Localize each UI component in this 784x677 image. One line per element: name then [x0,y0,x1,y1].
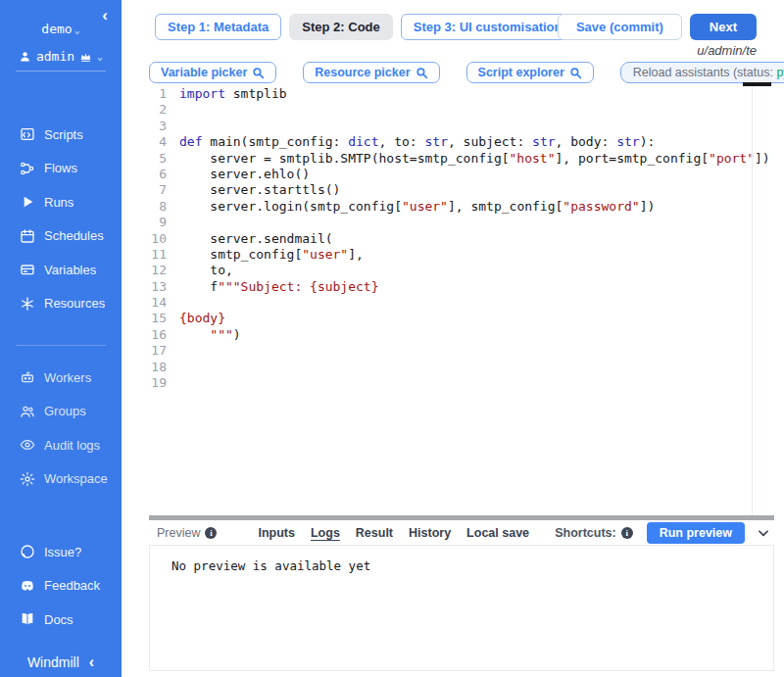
preview-tab-logs[interactable]: Logs [311,526,340,540]
step-tab-3[interactable]: Step 3: UI customisation [401,14,575,40]
code-line[interactable]: 11 smtp_config["user"], [149,247,774,263]
sidebar-item-docs[interactable]: Docs [0,603,122,637]
code-line-content [167,215,179,230]
workspace-switcher[interactable]: demo⌄ [0,22,122,36]
sidebar-item-scripts[interactable]: Scripts [0,118,122,152]
script-explorer-button[interactable]: Script explorer [466,62,594,83]
collapse-panel-icon[interactable] [757,526,770,540]
code-line[interactable]: 6 server.ehlo() [149,167,774,182]
sidebar-item-issue[interactable]: Issue? [0,535,122,569]
line-number: 5 [149,151,167,167]
preview-empty-message: No preview is available yet [150,546,773,573]
code-line-content [167,295,179,311]
sidebar-item-resources[interactable]: Resources [0,287,122,321]
code-line-content: server.ehlo() [167,167,310,182]
code-line[interactable]: 8 server.login(smtp_config["user"], smtp… [149,199,774,215]
preview-tab-inputs[interactable]: Inputs [258,526,295,540]
code-line[interactable]: 12 to, [149,263,774,278]
audit-logs-icon [20,437,35,453]
code-line-content [167,343,179,359]
step-tab-2[interactable]: Step 2: Code [289,14,392,40]
line-number: 17 [149,343,167,359]
code-line-content: smtp_config["user"], [167,247,364,263]
scrollbar-slider[interactable] [743,82,771,86]
sidebar-item-feedback[interactable]: Feedback [0,569,122,604]
code-line[interactable]: 15{body} [149,311,774,326]
step-tab-1[interactable]: Step 1: Metadata [155,14,281,40]
code-line-content: """) [167,327,241,343]
line-number: 9 [149,215,167,230]
preview-tab-local-save[interactable]: Local save [466,526,529,540]
variable-picker-button[interactable]: Variable picker [149,62,276,83]
code-line[interactable]: 7 server.starttls() [149,182,774,198]
info-icon[interactable]: i [205,527,217,539]
resource-picker-button[interactable]: Resource picker [303,62,439,83]
sidebar-item-workspace[interactable]: Workspace [0,462,122,497]
user-name: admin [36,49,74,64]
sidebar-item-workers[interactable]: Workers [0,361,122,395]
search-icon [416,67,428,79]
save-commit-button[interactable]: Save (commit) [558,14,682,40]
code-line[interactable]: 19 [149,375,774,391]
sidebar-item-groups[interactable]: Groups [0,395,122,429]
sidebar-divider [16,71,106,72]
line-number: 8 [149,199,167,215]
code-line[interactable]: 1import smtplib [149,86,774,102]
preview-title: Preview i [157,526,217,540]
user-menu[interactable]: admin ⌄ [0,49,122,64]
code-line[interactable]: 18 [149,360,774,375]
scripts-icon [20,126,35,142]
sidebar-nav-help: Issue?FeedbackDocs [0,535,122,637]
sidebar-item-label: Feedback [44,578,100,593]
sidebar-item-schedules[interactable]: Schedules [0,219,122,254]
run-preview-button[interactable]: Run preview [647,522,745,544]
workers-icon [20,369,35,385]
variable-picker-label: Variable picker [161,66,247,79]
workspace-icon [20,471,35,487]
sidebar: ‹ demo⌄ admin ⌄ ScriptsFlowsRunsSchedule… [0,0,122,677]
line-number: 11 [149,247,167,263]
code-line[interactable]: 5 server = smtplib.SMTP(host=smtp_config… [149,151,774,167]
sidebar-divider [16,345,106,346]
script-path: u/admin/te [697,43,757,58]
step-tabs: Step 1: MetadataStep 2: CodeStep 3: UI c… [155,14,574,40]
line-number: 12 [149,263,167,278]
code-line-content: server.starttls() [167,182,340,198]
code-line-content: f"""Subject: {subject} [167,279,379,295]
code-line[interactable]: 4def main(smtp_config: dict, to: str, su… [149,134,774,150]
crown-icon [79,50,92,63]
sidebar-item-label: Runs [44,195,74,210]
preview-tabs: InputsLogsResultHistoryLocal save [258,526,529,540]
code-line[interactable]: 2 [149,102,774,118]
sidebar-collapse-icon[interactable]: ‹ [89,653,94,671]
search-icon [252,67,265,79]
sidebar-item-variables[interactable]: Variables [0,253,122,287]
sidebar-item-runs[interactable]: Runs [0,185,122,219]
sidebar-item-flows[interactable]: Flows [0,152,122,186]
code-editor[interactable]: 1import smtplib234def main(smtp_config: … [149,86,774,515]
sidebar-nav-main: ScriptsFlowsRunsSchedulesVariablesResour… [0,118,122,320]
code-line-content: server = smtplib.SMTP(host=smtp_config["… [167,151,770,167]
sidebar-item-audit-logs[interactable]: Audit logs [0,428,122,462]
line-number: 3 [149,119,167,134]
line-number: 2 [149,102,167,118]
code-line[interactable]: 9 [149,215,774,230]
preview-tab-result[interactable]: Result [356,526,393,540]
resource-picker-label: Resource picker [315,66,410,79]
code-line[interactable]: 3 [149,119,774,134]
sidebar-item-label: Scripts [44,127,83,142]
sidebar-item-label: Groups [44,404,86,418]
line-number: 1 [149,86,167,102]
preview-tab-history[interactable]: History [409,526,451,540]
reload-assistants-button[interactable]: Reload assistants (status: pyright black… [620,62,784,83]
info-icon[interactable]: i [621,527,633,539]
line-number: 13 [149,279,167,295]
code-line-content: def main(smtp_config: dict, to: str, sub… [167,134,655,150]
code-line[interactable]: 14 [149,295,774,311]
code-line[interactable]: 10 server.sendmail( [149,231,774,247]
code-line[interactable]: 17 [149,343,774,359]
code-line[interactable]: 13 f"""Subject: {subject} [149,279,774,295]
code-line[interactable]: 16 """) [149,327,774,343]
next-button[interactable]: Next [690,14,757,40]
variables-icon [20,262,35,277]
